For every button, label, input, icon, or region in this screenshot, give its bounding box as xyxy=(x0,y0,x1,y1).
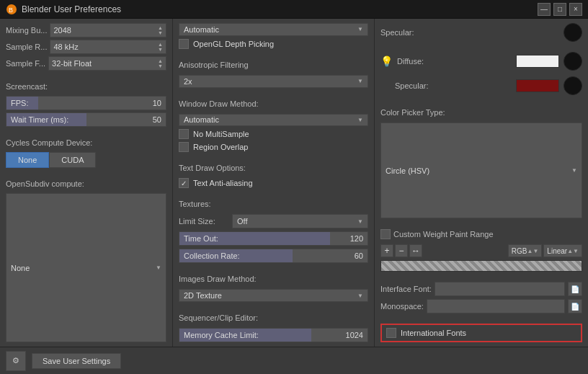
wait-timer-slider[interactable]: Wait Timer (ms): 50 xyxy=(6,112,166,127)
main-content: Mixing Bu... 2048 ▲▼ Sample R... 48 kHz … xyxy=(0,19,588,347)
memory-cache-label: Memory Cache Limit: xyxy=(184,331,259,339)
images-draw-arrow: ▼ xyxy=(357,293,363,299)
interface-font-row: Interface Font: 📄 xyxy=(380,282,582,296)
window-title: Blender User Preferences xyxy=(22,4,121,14)
weight-bar xyxy=(380,260,582,272)
color-picker-label: Color Picker Type: xyxy=(380,108,445,117)
limit-size-row: Limit Size: Off ▼ xyxy=(179,214,368,228)
specular-top-label: Specular: xyxy=(380,28,421,37)
cycles-device-group[interactable]: None CUDA xyxy=(6,152,166,168)
specular-row: Specular: xyxy=(380,76,582,95)
wait-timer-value: 50 xyxy=(153,115,161,124)
color-picker-dropdown[interactable]: Circle (HSV) ▼ xyxy=(380,123,582,218)
mixing-bu-spinner[interactable]: 2048 ▲▼ xyxy=(50,23,166,37)
collection-rate-label: Collection Rate: xyxy=(184,251,240,260)
fps-row: FPS: 10 xyxy=(6,96,166,110)
weight-rgb-dropdown[interactable]: RGB ▲▼ xyxy=(508,244,543,257)
minimize-button[interactable]: — xyxy=(538,3,551,16)
monospace-btn[interactable]: 📄 xyxy=(568,299,582,313)
cuda-button[interactable]: CUDA xyxy=(49,152,96,168)
timeout-slider[interactable]: Time Out: 120 xyxy=(179,231,368,246)
opensubdiv-label: OpenSubdiv compute: xyxy=(6,179,84,188)
anisotropic-dropdown[interactable]: 2x ▼ xyxy=(179,75,368,88)
window-controls[interactable]: — □ × xyxy=(538,3,582,16)
specular-circle[interactable] xyxy=(564,76,582,95)
opengl-depth-checkbox[interactable] xyxy=(179,39,189,49)
none-button[interactable]: None xyxy=(6,152,49,168)
mixing-bu-row: Mixing Bu... 2048 ▲▼ xyxy=(6,23,166,37)
color-picker-value: Circle (HSV) xyxy=(386,166,429,175)
specular-top-swatch[interactable] xyxy=(564,23,582,42)
window-draw-value: Automatic xyxy=(184,115,219,124)
window-draw-row: Window Draw Method: xyxy=(179,97,368,111)
automatic-value: Automatic xyxy=(184,25,219,34)
collection-rate-slider[interactable]: Collection Rate: 60 xyxy=(179,249,368,263)
text-antialias-checkbox[interactable] xyxy=(179,178,189,188)
middle-column: Automatic ▼ OpenGL Depth Picking Anisotr… xyxy=(173,19,375,347)
sample-f-value: 32-bit Float xyxy=(52,59,92,68)
weight-reverse-btn[interactable]: ↔ xyxy=(409,244,422,257)
close-button[interactable]: × xyxy=(569,3,582,16)
collection-rate-row: Collection Rate: 60 xyxy=(179,249,368,263)
timeout-row: Time Out: 120 xyxy=(179,231,368,246)
title-bar-left: B Blender User Preferences xyxy=(6,4,121,15)
textures-label: Textures: xyxy=(179,200,211,208)
weight-linear-label: Linear xyxy=(547,247,567,255)
settings-icon-button[interactable]: ⚙ xyxy=(6,351,26,371)
no-multisample-checkbox[interactable] xyxy=(179,129,189,139)
save-user-settings-button[interactable]: Save User Settings xyxy=(32,353,121,369)
interface-font-field[interactable] xyxy=(435,282,565,296)
title-bar: B Blender User Preferences — □ × xyxy=(0,0,588,19)
text-draw-label: Text Draw Options: xyxy=(179,164,246,172)
weight-remove-btn[interactable]: − xyxy=(395,244,408,257)
limit-size-dropdown[interactable]: Off ▼ xyxy=(232,214,368,228)
opengl-depth-row: OpenGL Depth Picking xyxy=(179,39,368,49)
sample-r-arrows[interactable]: ▲▼ xyxy=(158,42,163,52)
automatic-dropdown[interactable]: Automatic ▼ xyxy=(179,23,368,36)
memory-cache-value: 1024 xyxy=(346,331,363,339)
specular-swatch[interactable] xyxy=(516,79,559,92)
memory-cache-row: Memory Cache Limit: 1024 xyxy=(179,328,368,342)
screencast-label: Screencast: xyxy=(6,82,48,91)
images-draw-dropdown[interactable]: 2D Texture ▼ xyxy=(179,289,368,302)
anisotropic-value: 2x xyxy=(184,77,192,86)
sample-r-row: Sample R... 48 kHz ▲▼ xyxy=(6,40,166,54)
cycles-row: Cycles Compute Device: xyxy=(6,135,166,150)
text-antialias-row: Text Anti-aliasing xyxy=(179,178,368,188)
sample-f-arrows[interactable]: ▲▼ xyxy=(158,58,163,68)
memory-cache-slider[interactable]: Memory Cache Limit: 1024 xyxy=(179,328,368,342)
weight-controls: + − ↔ RGB ▲▼ Linear ▲▼ xyxy=(380,244,582,257)
limit-size-arrow: ▼ xyxy=(357,218,363,225)
sample-f-spinner[interactable]: 32-bit Float ▲▼ xyxy=(48,56,166,71)
mixing-bu-arrows[interactable]: ▲▼ xyxy=(158,25,163,35)
fps-label: FPS: xyxy=(11,99,28,107)
weight-rgb-label: RGB xyxy=(512,247,527,255)
collection-rate-value: 60 xyxy=(355,251,363,260)
opensubdiv-value: None xyxy=(11,264,30,272)
international-fonts-box: International Fonts xyxy=(380,324,582,342)
sample-r-spinner[interactable]: 48 kHz ▲▼ xyxy=(50,40,166,54)
window-draw-dropdown[interactable]: Automatic ▼ xyxy=(179,114,368,127)
weight-add-btn[interactable]: + xyxy=(380,244,393,257)
region-overlap-row: Region Overlap xyxy=(179,142,368,152)
diffuse-swatch[interactable] xyxy=(516,55,559,68)
sequencer-label: Sequencer/Clip Editor: xyxy=(179,313,258,322)
fps-value: 10 xyxy=(153,99,161,107)
fps-slider[interactable]: FPS: 10 xyxy=(6,96,166,110)
region-overlap-checkbox[interactable] xyxy=(179,142,189,152)
no-multisample-row: No MultiSample xyxy=(179,129,368,139)
monospace-label: Monospace: xyxy=(380,302,424,311)
cycles-label: Cycles Compute Device: xyxy=(6,138,92,147)
images-draw-label: Images Draw Method: xyxy=(179,275,257,283)
weight-linear-dropdown[interactable]: Linear ▲▼ xyxy=(543,244,582,257)
custom-weight-row: Custom Weight Paint Range xyxy=(380,227,582,241)
custom-weight-checkbox[interactable] xyxy=(380,229,391,239)
text-antialias-label: Text Anti-aliasing xyxy=(193,179,253,187)
monospace-field[interactable] xyxy=(427,299,565,313)
diffuse-label: Diffuse: xyxy=(397,57,437,66)
maximize-button[interactable]: □ xyxy=(553,3,566,16)
opensubdiv-dropdown[interactable]: None ▼ xyxy=(6,193,166,342)
interface-font-btn[interactable]: 📄 xyxy=(568,282,582,296)
diffuse-circle[interactable] xyxy=(564,52,582,71)
international-fonts-checkbox[interactable] xyxy=(386,328,396,338)
